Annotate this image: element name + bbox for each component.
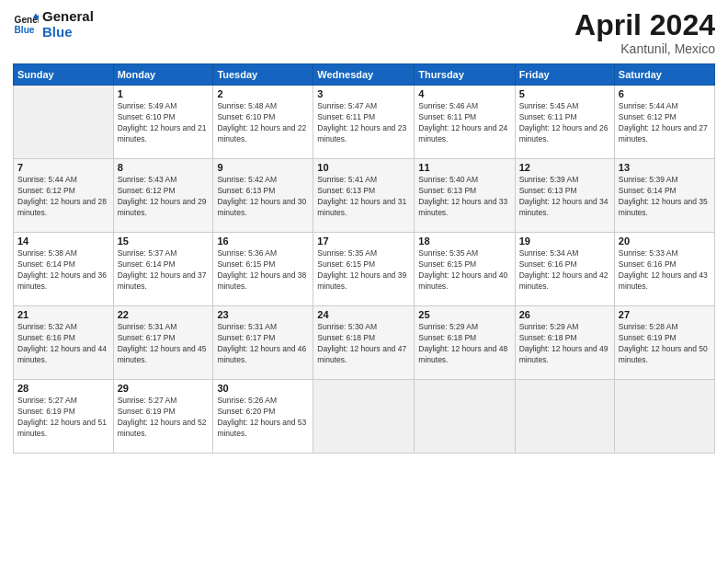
day-number: 2	[217, 88, 309, 99]
day-number: 18	[418, 236, 510, 247]
calendar-cell: 8 Sunrise: 5:43 AM Sunset: 6:12 PM Dayli…	[113, 159, 213, 233]
calendar-cell: 13 Sunrise: 5:39 AM Sunset: 6:14 PM Dayl…	[614, 159, 714, 233]
day-info: Sunrise: 5:49 AM Sunset: 6:10 PM Dayligh…	[118, 101, 210, 145]
calendar-table: SundayMondayTuesdayWednesdayThursdayFrid…	[13, 63, 715, 454]
day-number: 12	[519, 162, 610, 173]
calendar-cell: 11 Sunrise: 5:40 AM Sunset: 6:13 PM Dayl…	[415, 159, 515, 233]
day-number: 24	[317, 309, 410, 320]
day-number: 26	[519, 309, 610, 320]
day-number: 14	[17, 236, 109, 247]
weekday-header-sunday: Sunday	[14, 64, 114, 86]
header: General Blue General Blue April 2024 Kan…	[13, 9, 715, 56]
day-info: Sunrise: 5:33 AM Sunset: 6:16 PM Dayligh…	[619, 248, 711, 293]
day-info: Sunrise: 5:38 AM Sunset: 6:14 PM Dayligh…	[17, 248, 109, 293]
day-number: 25	[418, 309, 510, 320]
day-info: Sunrise: 5:36 AM Sunset: 6:15 PM Dayligh…	[217, 248, 309, 293]
calendar-cell	[14, 86, 114, 159]
calendar-cell: 27 Sunrise: 5:28 AM Sunset: 6:19 PM Dayl…	[614, 306, 714, 380]
day-number: 7	[17, 162, 109, 173]
weekday-header-thursday: Thursday	[415, 64, 515, 86]
day-info: Sunrise: 5:35 AM Sunset: 6:15 PM Dayligh…	[317, 248, 410, 293]
day-info: Sunrise: 5:41 AM Sunset: 6:13 PM Dayligh…	[317, 175, 410, 219]
svg-text:Blue: Blue	[15, 25, 35, 35]
calendar-cell: 26 Sunrise: 5:29 AM Sunset: 6:18 PM Dayl…	[515, 306, 614, 380]
day-info: Sunrise: 5:34 AM Sunset: 6:16 PM Dayligh…	[519, 248, 610, 293]
calendar-cell: 9 Sunrise: 5:42 AM Sunset: 6:13 PM Dayli…	[213, 159, 313, 233]
day-number: 3	[317, 88, 410, 99]
day-number: 9	[217, 162, 309, 173]
day-info: Sunrise: 5:29 AM Sunset: 6:18 PM Dayligh…	[519, 322, 610, 366]
day-number: 19	[519, 236, 610, 247]
calendar-cell: 28 Sunrise: 5:27 AM Sunset: 6:19 PM Dayl…	[14, 380, 114, 454]
day-number: 11	[418, 162, 510, 173]
calendar-cell	[313, 380, 415, 454]
calendar-cell: 4 Sunrise: 5:46 AM Sunset: 6:11 PM Dayli…	[415, 86, 515, 159]
day-info: Sunrise: 5:35 AM Sunset: 6:15 PM Dayligh…	[418, 248, 510, 293]
day-number: 13	[619, 162, 711, 173]
day-info: Sunrise: 5:44 AM Sunset: 6:12 PM Dayligh…	[619, 101, 711, 145]
calendar-cell: 25 Sunrise: 5:29 AM Sunset: 6:18 PM Dayl…	[415, 306, 515, 380]
day-number: 21	[17, 309, 109, 320]
day-info: Sunrise: 5:26 AM Sunset: 6:20 PM Dayligh…	[217, 396, 309, 440]
calendar-cell: 15 Sunrise: 5:37 AM Sunset: 6:14 PM Dayl…	[113, 233, 213, 306]
day-number: 4	[418, 88, 510, 99]
day-info: Sunrise: 5:39 AM Sunset: 6:14 PM Dayligh…	[619, 175, 711, 219]
day-number: 23	[217, 309, 309, 320]
calendar-cell: 16 Sunrise: 5:36 AM Sunset: 6:15 PM Dayl…	[213, 233, 313, 306]
day-number: 28	[17, 383, 109, 394]
day-number: 10	[317, 162, 410, 173]
day-info: Sunrise: 5:45 AM Sunset: 6:11 PM Dayligh…	[519, 101, 610, 145]
weekday-header-saturday: Saturday	[614, 64, 714, 86]
day-number: 15	[118, 236, 210, 247]
calendar-cell: 20 Sunrise: 5:33 AM Sunset: 6:16 PM Dayl…	[614, 233, 714, 306]
day-number: 5	[519, 88, 610, 99]
calendar-cell: 2 Sunrise: 5:48 AM Sunset: 6:10 PM Dayli…	[213, 86, 313, 159]
month-title: April 2024	[574, 9, 715, 41]
day-number: 22	[118, 309, 210, 320]
day-info: Sunrise: 5:39 AM Sunset: 6:13 PM Dayligh…	[519, 175, 610, 219]
day-info: Sunrise: 5:31 AM Sunset: 6:17 PM Dayligh…	[217, 322, 309, 366]
day-info: Sunrise: 5:29 AM Sunset: 6:18 PM Dayligh…	[418, 322, 510, 366]
day-number: 8	[118, 162, 210, 173]
calendar-cell: 6 Sunrise: 5:44 AM Sunset: 6:12 PM Dayli…	[614, 86, 714, 159]
calendar-cell: 30 Sunrise: 5:26 AM Sunset: 6:20 PM Dayl…	[213, 380, 313, 454]
calendar-cell	[515, 380, 614, 454]
location: Kantunil, Mexico	[574, 41, 715, 56]
calendar-cell: 7 Sunrise: 5:44 AM Sunset: 6:12 PM Dayli…	[14, 159, 114, 233]
page: General Blue General Blue April 2024 Kan…	[0, 0, 728, 563]
day-info: Sunrise: 5:44 AM Sunset: 6:12 PM Dayligh…	[17, 175, 109, 219]
day-number: 20	[619, 236, 711, 247]
calendar-cell: 21 Sunrise: 5:32 AM Sunset: 6:16 PM Dayl…	[14, 306, 114, 380]
day-info: Sunrise: 5:46 AM Sunset: 6:11 PM Dayligh…	[418, 101, 510, 145]
day-info: Sunrise: 5:40 AM Sunset: 6:13 PM Dayligh…	[418, 175, 510, 219]
calendar-cell: 22 Sunrise: 5:31 AM Sunset: 6:17 PM Dayl…	[113, 306, 213, 380]
title-block: April 2024 Kantunil, Mexico	[574, 9, 715, 56]
day-number: 30	[217, 383, 309, 394]
calendar-cell: 5 Sunrise: 5:45 AM Sunset: 6:11 PM Dayli…	[515, 86, 614, 159]
day-info: Sunrise: 5:48 AM Sunset: 6:10 PM Dayligh…	[217, 101, 309, 145]
calendar-cell: 29 Sunrise: 5:27 AM Sunset: 6:19 PM Dayl…	[113, 380, 213, 454]
calendar-cell: 18 Sunrise: 5:35 AM Sunset: 6:15 PM Dayl…	[415, 233, 515, 306]
calendar-cell: 10 Sunrise: 5:41 AM Sunset: 6:13 PM Dayl…	[313, 159, 415, 233]
day-number: 17	[317, 236, 410, 247]
day-info: Sunrise: 5:47 AM Sunset: 6:11 PM Dayligh…	[317, 101, 410, 145]
day-info: Sunrise: 5:27 AM Sunset: 6:19 PM Dayligh…	[118, 396, 210, 440]
weekday-header-friday: Friday	[515, 64, 614, 86]
logo-blue: Blue	[42, 25, 94, 40]
calendar-cell	[415, 380, 515, 454]
weekday-header-monday: Monday	[113, 64, 213, 86]
logo: General Blue General Blue	[13, 9, 94, 40]
day-info: Sunrise: 5:27 AM Sunset: 6:19 PM Dayligh…	[17, 396, 109, 440]
calendar-cell: 1 Sunrise: 5:49 AM Sunset: 6:10 PM Dayli…	[113, 86, 213, 159]
calendar-cell: 19 Sunrise: 5:34 AM Sunset: 6:16 PM Dayl…	[515, 233, 614, 306]
calendar-cell	[614, 380, 714, 454]
day-info: Sunrise: 5:37 AM Sunset: 6:14 PM Dayligh…	[118, 248, 210, 293]
day-number: 27	[619, 309, 711, 320]
day-info: Sunrise: 5:42 AM Sunset: 6:13 PM Dayligh…	[217, 175, 309, 219]
day-number: 29	[118, 383, 210, 394]
calendar-cell: 17 Sunrise: 5:35 AM Sunset: 6:15 PM Dayl…	[313, 233, 415, 306]
calendar-cell: 24 Sunrise: 5:30 AM Sunset: 6:18 PM Dayl…	[313, 306, 415, 380]
day-number: 6	[619, 88, 711, 99]
calendar-cell: 12 Sunrise: 5:39 AM Sunset: 6:13 PM Dayl…	[515, 159, 614, 233]
calendar-cell: 23 Sunrise: 5:31 AM Sunset: 6:17 PM Dayl…	[213, 306, 313, 380]
